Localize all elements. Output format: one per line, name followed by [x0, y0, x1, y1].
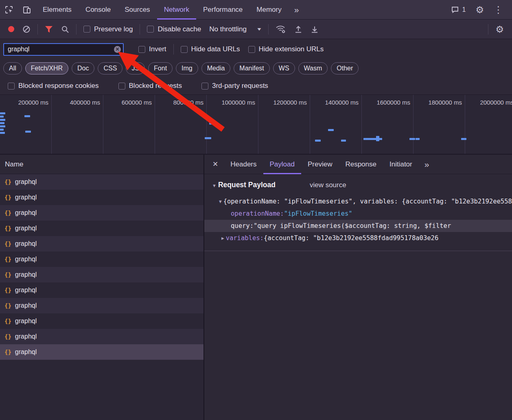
type-chip-other[interactable]: Other	[331, 62, 359, 74]
type-chip-js[interactable]: JS	[126, 62, 145, 74]
network-main-area: Name {}graphql{}graphql{}graphql{}graphq…	[0, 155, 512, 420]
preserve-log-checkbox[interactable]: Preserve log	[79, 25, 137, 33]
section-divider	[204, 251, 512, 251]
type-chip-media[interactable]: Media	[201, 62, 231, 74]
request-row[interactable]: {}graphql	[0, 282, 203, 298]
view-source-link[interactable]: view source	[310, 181, 346, 189]
import-har-button[interactable]	[290, 22, 306, 37]
checkbox-box[interactable]	[147, 26, 154, 33]
timeline-segment: 1200000 ms	[258, 95, 310, 154]
request-row[interactable]: {}graphql	[0, 267, 203, 282]
devtools-tab-network[interactable]: Network	[157, 0, 196, 20]
timeline-request-bar	[0, 122, 4, 124]
devtools-tab-elements[interactable]: Elements	[36, 0, 79, 20]
network-settings-gear-icon[interactable]: ⚙	[491, 20, 508, 39]
details-tab-preview[interactable]: Preview	[301, 155, 339, 174]
type-chip-wasm[interactable]: Wasm	[298, 62, 328, 74]
request-row[interactable]: {}graphql	[0, 221, 203, 236]
hide-extension-urls-checkbox[interactable]: Hide extension URLs	[244, 45, 328, 53]
request-row[interactable]: {}graphql	[0, 252, 203, 267]
timeline-overview[interactable]: 200000 ms400000 ms600000 ms800000 ms1000…	[0, 95, 512, 155]
type-chip-all[interactable]: All	[3, 62, 22, 74]
checkbox-box[interactable]	[138, 46, 145, 53]
request-row[interactable]: {}graphql	[0, 313, 203, 329]
checkbox-box[interactable]	[83, 26, 90, 33]
throttling-select[interactable]: No throttling ▼	[205, 25, 265, 33]
settings-gear-icon[interactable]: ⚙	[471, 0, 488, 20]
close-icon[interactable]: ✕	[207, 160, 224, 168]
device-toolbar-button[interactable]	[18, 0, 36, 20]
type-chip-ws[interactable]: WS	[273, 62, 295, 74]
checkbox-box[interactable]	[201, 83, 208, 90]
payload-panel: ▼ Request Payload view source ▼ {operati…	[204, 174, 512, 251]
json-file-icon: {}	[4, 225, 11, 232]
type-chip-css[interactable]: CSS	[98, 62, 123, 74]
filter-toggle-button[interactable]	[41, 22, 57, 37]
type-chip-img[interactable]: Img	[176, 62, 198, 74]
request-row[interactable]: {}graphql	[0, 236, 203, 252]
clear-filter-icon[interactable]: ✕	[114, 46, 121, 53]
chevron-down-icon: ▼	[256, 27, 262, 31]
timeline-tick-label: 200000 ms	[18, 99, 48, 106]
details-tab-initiator[interactable]: Initiator	[383, 155, 419, 174]
inspect-element-button[interactable]	[0, 0, 18, 20]
type-chip-manifest[interactable]: Manifest	[234, 62, 269, 74]
type-chip-doc[interactable]: Doc	[72, 62, 94, 74]
devtools-tab-memory[interactable]: Memory	[249, 0, 288, 20]
clear-network-log-button[interactable]	[18, 22, 35, 37]
request-row[interactable]: {}graphql	[0, 190, 203, 205]
third-party-requests-label: 3rd-party requests	[212, 82, 268, 90]
more-panels-button[interactable]: »	[289, 5, 305, 15]
payload-root-row[interactable]: ▼ {operationName: "ipFlowTimeseries", va…	[204, 195, 512, 208]
invert-checkbox[interactable]: Invert	[134, 45, 171, 53]
filter-input[interactable]	[3, 43, 124, 56]
request-row[interactable]: {}graphql	[0, 174, 203, 190]
devtools-topright-actions: 1 ⚙ ⋮	[447, 0, 512, 20]
more-detail-tabs-button[interactable]: »	[419, 160, 435, 169]
blocked-response-cookies-checkbox[interactable]: Blocked response cookies	[4, 82, 103, 90]
type-chip-fetch-xhr[interactable]: Fetch/XHR	[25, 62, 68, 74]
collapse-triangle-icon[interactable]: ▼	[212, 183, 217, 188]
request-row[interactable]: {}graphql	[0, 329, 203, 344]
search-network-button[interactable]	[57, 22, 73, 37]
export-har-button[interactable]	[306, 22, 323, 37]
invert-label: Invert	[149, 45, 166, 53]
request-row[interactable]: {}graphql	[0, 344, 203, 360]
record-network-log-button[interactable]	[4, 22, 18, 37]
details-tab-payload[interactable]: Payload	[263, 155, 301, 174]
checkbox-box[interactable]	[8, 83, 15, 90]
disable-cache-checkbox[interactable]: Disable cache	[143, 25, 205, 33]
timeline-tick-label: 1000000 ms	[221, 99, 255, 106]
third-party-requests-checkbox[interactable]: 3rd-party requests	[197, 82, 272, 90]
timeline-request-bar	[0, 125, 5, 127]
payload-entry-query[interactable]: query: "query ipFlowTimeseries($accountT…	[204, 220, 512, 232]
network-conditions-button[interactable]	[271, 22, 290, 37]
blocked-requests-checkbox[interactable]: Blocked requests	[114, 82, 186, 90]
kebab-menu-icon[interactable]: ⋮	[490, 0, 507, 20]
preserve-log-label: Preserve log	[94, 25, 133, 33]
console-messages-button[interactable]: 1	[447, 6, 470, 14]
json-file-icon: {}	[4, 349, 11, 355]
checkbox-box[interactable]	[118, 83, 125, 90]
checkbox-box[interactable]	[248, 46, 255, 53]
details-tab-response[interactable]: Response	[339, 155, 383, 174]
payload-entry-operationName[interactable]: operationName: "ipFlowTimeseries"	[204, 208, 512, 220]
json-file-icon: {}	[4, 271, 11, 278]
devtools-tab-performance[interactable]: Performance	[196, 0, 249, 20]
details-tab-headers[interactable]: Headers	[224, 155, 263, 174]
name-column-header[interactable]: Name	[0, 155, 203, 174]
request-row[interactable]: {}graphql	[0, 205, 203, 221]
expand-triangle-icon[interactable]: ▶	[221, 236, 224, 241]
request-row[interactable]: {}graphql	[0, 298, 203, 313]
timeline-segment: 1800000 ms	[414, 95, 465, 154]
payload-entry-variables[interactable]: ▶variables: {accountTag: "b12e3b2192ee55…	[204, 232, 512, 244]
filter-input-wrap: ✕	[3, 43, 124, 56]
upload-arrow-icon	[294, 25, 302, 33]
collapse-triangle-icon[interactable]: ▼	[219, 199, 222, 204]
checkbox-box[interactable]	[181, 46, 188, 53]
devtools-tab-sources[interactable]: Sources	[118, 0, 157, 20]
divider	[488, 24, 488, 35]
type-chip-font[interactable]: Font	[148, 62, 173, 74]
hide-data-urls-checkbox[interactable]: Hide data URLs	[177, 45, 244, 53]
devtools-tab-console[interactable]: Console	[79, 0, 118, 20]
